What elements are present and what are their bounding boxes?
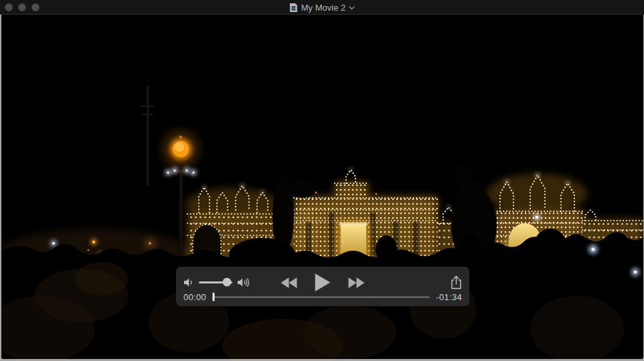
play-icon[interactable] — [315, 273, 331, 291]
playback-controls-panel: 00:00 -01:34 — [176, 267, 469, 306]
transport-controls — [281, 273, 365, 291]
speaker-high-icon[interactable] — [237, 277, 250, 287]
speaker-low-icon[interactable] — [183, 277, 194, 287]
share-icon[interactable] — [451, 275, 462, 289]
volume-slider[interactable] — [199, 278, 232, 287]
chevron-down-icon[interactable] — [349, 6, 355, 10]
quicktime-window: My Movie 2 .lt{fill:none;stroke:#ffe9b8;… — [0, 0, 644, 361]
movie-file-icon — [289, 3, 298, 13]
volume-controls — [183, 277, 250, 287]
window-title: My Movie 2 — [301, 3, 345, 13]
volume-knob[interactable] — [223, 278, 232, 287]
window-title-group[interactable]: My Movie 2 — [0, 0, 644, 15]
video-frame-scene: .lt{fill:none;stroke:#ffe9b8;stroke-widt… — [1, 15, 643, 359]
video-canvas[interactable]: .lt{fill:none;stroke:#ffe9b8;stroke-widt… — [1, 15, 643, 359]
playhead[interactable] — [212, 293, 214, 302]
fast-forward-icon[interactable] — [347, 277, 365, 288]
rewind-icon[interactable] — [281, 277, 299, 288]
remaining-time: -01:34 — [436, 292, 462, 302]
titlebar: My Movie 2 — [0, 0, 644, 15]
scrubber-track[interactable] — [212, 296, 430, 298]
elapsed-time: 00:00 — [183, 292, 206, 302]
